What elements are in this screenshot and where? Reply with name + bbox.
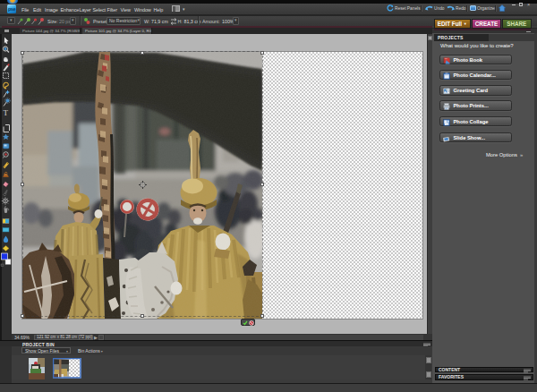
- svg-text:T: T: [4, 108, 9, 117]
